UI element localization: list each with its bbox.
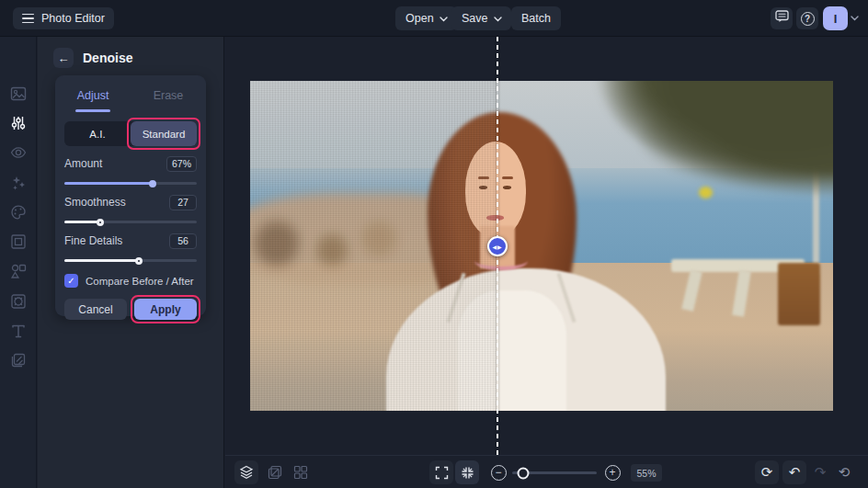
sidebar-item-graphics[interactable] [10, 263, 27, 279]
collage-grid-button[interactable] [289, 460, 313, 484]
reset-button[interactable]: ⟳ [755, 460, 779, 484]
zoom-level-badge: 55% [631, 464, 662, 482]
fullscreen-button[interactable] [429, 460, 453, 484]
photo-preview [250, 81, 833, 411]
photo-planter [778, 263, 820, 325]
editor-canvas: ◀▶ [225, 37, 868, 455]
account-chevron-icon[interactable] [851, 16, 858, 20]
sidebar-item-overlays[interactable] [10, 352, 27, 369]
amount-slider-group: Amount 67% [64, 155, 197, 185]
open-button[interactable]: Open [395, 6, 457, 30]
back-button[interactable]: ← [53, 48, 74, 68]
back-arrow-icon: ← [58, 51, 70, 65]
cancel-button[interactable]: Cancel [64, 299, 127, 320]
collapse-icon [461, 466, 474, 480]
tab-adjust[interactable]: Adjust [55, 83, 131, 110]
denoise-panel: ← Denoise Adjust Erase A.I. Standard Amo… [38, 37, 224, 488]
comment-icon [775, 10, 789, 27]
compare-before-after-checkbox[interactable]: ✓ Compare Before / After [64, 274, 197, 288]
main-menu-button[interactable]: Photo Editor [13, 7, 114, 29]
photo-foliage [577, 81, 833, 200]
fine-details-slider[interactable] [64, 259, 197, 262]
mode-ai-button[interactable]: A.I. [64, 121, 131, 146]
tab-erase[interactable]: Erase [131, 83, 206, 110]
sidebar-item-adjust[interactable] [10, 115, 27, 131]
before-after-handle[interactable]: ◀▶ [487, 236, 508, 256]
slider-label: Smoothness [64, 196, 126, 209]
checkbox-label: Compare Before / After [86, 276, 194, 287]
undo-button[interactable]: ↶ [782, 460, 806, 484]
layers-icon [239, 465, 254, 480]
sidebar-item-canvas[interactable] [10, 233, 27, 250]
fit-screen-button[interactable] [455, 460, 479, 484]
zoom-slider[interactable] [512, 471, 597, 474]
panel-tabs: Adjust Erase [55, 83, 206, 110]
sidebar-item-frames[interactable] [10, 293, 27, 310]
bottom-toolbar: − + 55% ⟳ ↶ ↷ ⟲ [225, 455, 868, 488]
slider-thumb[interactable] [97, 219, 104, 226]
zoom-out-icon: − [491, 465, 507, 481]
batch-button[interactable]: Batch [511, 6, 561, 30]
grid-icon [293, 465, 308, 480]
slider-value-badge: 27 [169, 195, 197, 210]
sidebar-item-text[interactable] [10, 323, 27, 339]
checkbox-check-icon: ✓ [64, 274, 78, 288]
slider-label: Fine Details [64, 234, 122, 247]
expand-icon [435, 466, 449, 480]
mode-standard-button[interactable]: Standard [131, 121, 197, 146]
avatar[interactable]: I [823, 6, 848, 30]
fine-details-slider-group: Fine Details 56 [64, 233, 197, 262]
before-noise-overlay [250, 81, 497, 411]
top-bar: Photo Editor Open Save Batch ? I [0, 0, 868, 37]
undo-icon: ↶ [789, 464, 801, 481]
tools-sidebar [0, 37, 37, 488]
sidebar-item-effects[interactable] [10, 175, 27, 191]
history-button[interactable]: ⟲ [832, 460, 856, 484]
blend-icon [268, 465, 282, 480]
reset-icon: ⟳ [761, 464, 773, 481]
chevron-down-icon [494, 17, 501, 21]
slider-value-badge: 67% [166, 156, 197, 172]
amount-slider[interactable] [64, 182, 197, 185]
chevron-down-icon [440, 17, 447, 21]
hamburger-icon [22, 14, 34, 24]
sidebar-item-image[interactable] [10, 85, 27, 102]
slider-thumb[interactable] [135, 257, 143, 265]
zoom-in-button[interactable]: + [600, 460, 624, 484]
help-icon: ? [801, 12, 815, 26]
smoothness-slider[interactable] [64, 221, 197, 223]
sidebar-item-touchup[interactable] [10, 144, 27, 161]
blend-compare-button[interactable] [263, 460, 287, 484]
slider-label: Amount [64, 157, 102, 170]
zoom-slider-thumb[interactable] [517, 467, 529, 479]
zoom-out-button[interactable]: − [486, 460, 510, 484]
zoom-in-icon: + [605, 465, 621, 481]
mode-switch: A.I. Standard [64, 121, 197, 146]
smoothness-slider-group: Smoothness 27 [64, 194, 197, 223]
feedback-button[interactable] [771, 7, 793, 29]
redo-icon: ↷ [815, 464, 827, 481]
redo-button[interactable]: ↷ [808, 460, 832, 484]
app-title: Photo Editor [41, 12, 105, 25]
layers-button[interactable] [234, 460, 258, 484]
save-button[interactable]: Save [451, 6, 511, 30]
history-icon: ⟲ [839, 464, 851, 481]
denoise-card: Adjust Erase A.I. Standard Amount 67% [55, 75, 206, 316]
slider-thumb[interactable] [149, 180, 156, 187]
sidebar-item-artsy[interactable] [10, 204, 27, 221]
panel-title: Denoise [83, 51, 132, 65]
slider-value-badge: 56 [169, 233, 197, 249]
help-button[interactable]: ? [796, 7, 818, 29]
apply-button[interactable]: Apply [134, 299, 197, 320]
photo-editor-app: Photo Editor Open Save Batch ? I [0, 0, 868, 488]
